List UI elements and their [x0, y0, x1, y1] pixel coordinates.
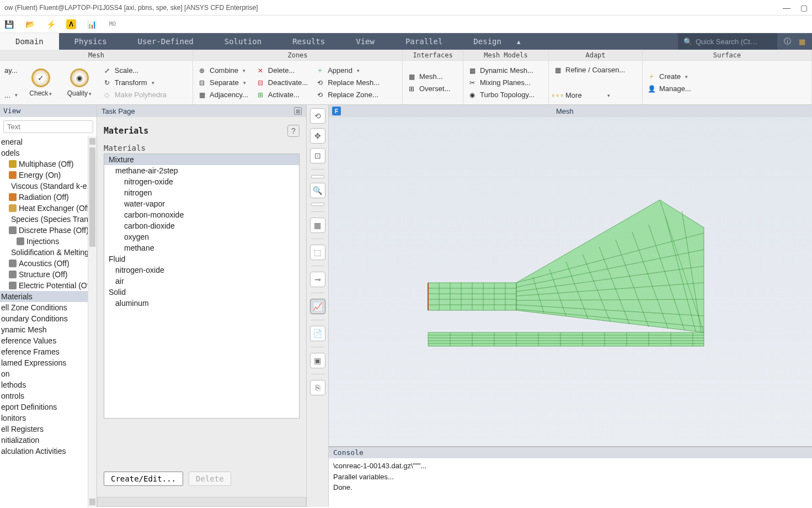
close-icon[interactable]: ⊠: [294, 107, 302, 115]
overset-button[interactable]: ⊞Overset...: [407, 84, 450, 93]
cube-view-icon[interactable]: ⬚: [310, 245, 325, 260]
list-item[interactable]: aluminum: [104, 298, 299, 309]
task-horizontal-scrollbar[interactable]: [97, 497, 306, 507]
list-item[interactable]: Solid: [104, 287, 299, 298]
tree-item[interactable]: eference Values: [0, 335, 97, 346]
list-item[interactable]: carbon-monoxide: [104, 209, 299, 220]
list-item[interactable]: methane: [104, 242, 299, 253]
check-button[interactable]: ✓ Check▾: [25, 68, 56, 97]
list-item[interactable]: nitrogen-oxide: [104, 176, 299, 187]
minimize-button[interactable]: —: [783, 3, 790, 12]
activate-button[interactable]: ⊞Activate...: [256, 91, 308, 99]
delete-button[interactable]: Delete: [189, 472, 231, 486]
tree-item[interactable]: Injections: [0, 236, 97, 247]
tree-item[interactable]: Multiphase (Off): [0, 158, 97, 170]
tree-item[interactable]: ontrols: [0, 390, 97, 401]
tree-item[interactable]: Solidification & Melting (C: [0, 247, 97, 258]
tree-item[interactable]: lethods: [0, 379, 97, 390]
tree-item[interactable]: Materials: [0, 291, 97, 302]
tree-item[interactable]: odels: [0, 147, 97, 158]
tab-parallel[interactable]: Parallel: [390, 33, 458, 50]
tab-domain[interactable]: Domain: [0, 33, 59, 50]
mixing-planes-button[interactable]: ✂Mixing Planes...: [468, 78, 535, 87]
tree-item[interactable]: eneral: [0, 136, 97, 147]
manage-surface-button[interactable]: 👤Manage...: [647, 84, 691, 93]
replace-zone-button[interactable]: ⟲Replace Zone...: [316, 91, 380, 99]
tree-item[interactable]: oundary Conditions: [0, 313, 97, 324]
more-button[interactable]: ∘∘∘More▾: [553, 91, 625, 100]
list-item[interactable]: oxygen: [104, 231, 299, 242]
tree-item[interactable]: Electric Potential (Off): [0, 280, 97, 291]
refine-coarsen-button[interactable]: ▦Refine / Coarsen...: [553, 66, 625, 75]
tab-physics[interactable]: Physics: [59, 33, 122, 50]
list-item[interactable]: methane-air-2step: [104, 165, 299, 176]
tree-item[interactable]: ell Zone Conditions: [0, 302, 97, 313]
zoom-fit-icon[interactable]: 🔍: [310, 183, 325, 198]
tree-item[interactable]: Heat Exchanger (Off): [0, 203, 97, 214]
tree-item[interactable]: nitialization: [0, 435, 97, 446]
tab-view[interactable]: View: [340, 33, 390, 50]
tab-user-defined[interactable]: User-Defined: [122, 33, 209, 50]
text-icon[interactable]: MO: [107, 19, 118, 30]
display-button[interactable]: ay...: [4, 66, 18, 75]
maximize-button[interactable]: ▢: [800, 3, 808, 12]
delete-button[interactable]: ✕Delete...: [256, 66, 308, 75]
zoom-box-icon[interactable]: ⊡: [310, 148, 325, 163]
tab-overflow-icon[interactable]: ▴: [517, 33, 528, 50]
tree-item[interactable]: on: [0, 368, 97, 379]
polyhedra-button[interactable]: ◇Make Polyhedra: [103, 91, 167, 99]
help-icon[interactable]: ⓘ: [784, 36, 791, 46]
tree-item[interactable]: Energy (On): [0, 170, 97, 181]
filter-input[interactable]: [3, 120, 93, 133]
list-item[interactable]: water-vapor: [104, 198, 299, 209]
mesh-3d-view[interactable]: [329, 117, 812, 446]
document-icon[interactable]: 📄: [310, 326, 325, 341]
layout-icon[interactable]: ▦: [799, 38, 805, 46]
quick-search[interactable]: 🔍 Quick Search (Ct…: [678, 33, 777, 50]
tree-item[interactable]: lonitors: [0, 412, 97, 424]
tree-item[interactable]: ynamic Mesh: [0, 324, 97, 335]
tab-design[interactable]: Design: [458, 33, 517, 50]
tab-results[interactable]: Results: [277, 33, 340, 50]
tree-item[interactable]: eference Frames: [0, 346, 97, 357]
tree-item[interactable]: Structure (Off): [0, 269, 97, 280]
console-body[interactable]: \conreac-1-00143.dat.gz\"""...Parallel v…: [329, 458, 812, 507]
materials-list[interactable]: Mixturemethane-air-2stepnitrogen-oxideni…: [104, 154, 300, 419]
chart-view-icon[interactable]: 📈: [310, 299, 325, 314]
scale-button[interactable]: ⤢Scale...: [103, 66, 167, 75]
probe-icon[interactable]: ⊸: [310, 272, 325, 287]
open-icon[interactable]: 📂: [24, 19, 35, 30]
deactivate-button[interactable]: ⊟Deactivate...: [256, 78, 308, 87]
layers-icon[interactable]: ▣: [310, 353, 325, 368]
outline-tree[interactable]: eneralodelsMultiphase (Off)Energy (On)Vi…: [0, 136, 97, 507]
combine-button[interactable]: ⊕Combine▾: [197, 66, 248, 75]
tree-scrollbar[interactable]: [88, 136, 97, 507]
list-item[interactable]: carbon-dioxide: [104, 220, 299, 231]
tree-item[interactable]: lamed Expressions: [0, 357, 97, 368]
list-item[interactable]: air: [104, 276, 299, 287]
mesh-tab[interactable]: F: [332, 107, 341, 115]
tree-item[interactable]: Viscous (Standard k-e, St: [0, 181, 97, 192]
lightning-icon[interactable]: ⚡: [45, 19, 56, 30]
tree-item[interactable]: alculation Activities: [0, 446, 97, 457]
tree-item[interactable]: Discrete Phase (Off): [0, 225, 97, 236]
create-surface-button[interactable]: ＋Create▾: [647, 72, 691, 81]
dynamic-mesh-button[interactable]: ▦Dynamic Mesh...: [468, 66, 535, 75]
rotate-tool-icon[interactable]: ⟲: [310, 108, 325, 124]
append-button[interactable]: ＋Append▾: [316, 66, 380, 75]
tree-item[interactable]: eport Definitions: [0, 401, 97, 412]
tree-item[interactable]: Radiation (Off): [0, 192, 97, 203]
pan-tool-icon[interactable]: ✥: [310, 128, 325, 144]
quality-button[interactable]: ◉ Quality▾: [64, 68, 95, 97]
tree-item[interactable]: Species (Species Transpor: [0, 214, 97, 225]
list-item[interactable]: nitrogen: [104, 187, 299, 198]
scroll-thumb[interactable]: [89, 147, 95, 247]
adjacency-button[interactable]: ▦Adjacency...: [197, 91, 248, 99]
mesh-interface-button[interactable]: ▦Mesh...: [407, 72, 450, 81]
list-item[interactable]: Fluid: [104, 253, 299, 264]
tree-item[interactable]: Acoustics (Off): [0, 258, 97, 269]
replace-mesh-button[interactable]: ⟲Replace Mesh...: [316, 78, 380, 87]
select-tool-icon[interactable]: ▦: [310, 218, 325, 233]
create-edit-button[interactable]: Create/Edit...: [104, 472, 183, 486]
list-item[interactable]: Mixture: [104, 154, 299, 165]
